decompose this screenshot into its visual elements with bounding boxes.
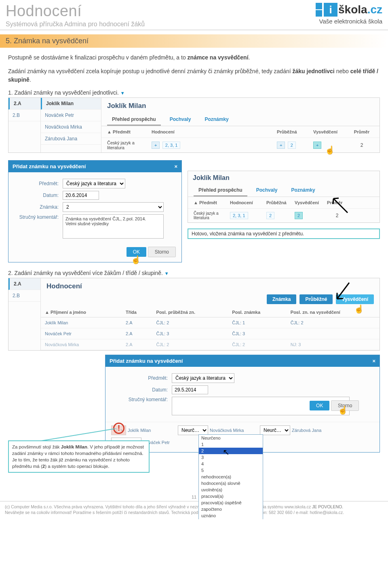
col-vysvedceni: Vysvědčení	[313, 129, 350, 134]
page-subtitle: Systémová příručka Admina pro hodnocení …	[6, 21, 145, 28]
storno-button[interactable]: Storno	[148, 247, 176, 257]
logo: i škola.cz	[316, 2, 382, 17]
dropdown-option[interactable]: hodnocen(a) slovně	[199, 480, 263, 486]
dropdown-option[interactable]: uvolněn(a)	[199, 486, 263, 493]
student-item[interactable]: Nováček Petr	[41, 110, 101, 121]
triangle-down-icon: ▼	[120, 91, 125, 95]
dropdown-option[interactable]: Neurčeno	[199, 435, 263, 441]
logo-word2: .cz	[367, 3, 382, 16]
panel-title: Hodnocení	[41, 278, 380, 294]
col-posl-vysvedceni: Posl. zn. na vysvědčení	[287, 307, 380, 317]
tab-prubezne[interactable]: Průběžné	[299, 294, 333, 304]
tab-poznamky[interactable]: Poznámky	[200, 114, 233, 126]
grade-dropdown-open[interactable]: Neurčeno 1 2 3 4 5 nehodnocen(a) hodnoce…	[198, 434, 263, 519]
dropdown-option[interactable]: 1	[199, 441, 263, 448]
add-prubezna-button[interactable]: +	[277, 142, 285, 149]
storno-button[interactable]: Storno	[331, 400, 359, 411]
table-row: Nováček Petr2.AČJL: 3ČJL: 3	[41, 328, 380, 339]
dialog-title: Přidat známku na vysvědčení	[110, 358, 183, 364]
col-vysvedceni: Vysvědčení	[295, 200, 327, 205]
datum-input[interactable]	[172, 385, 208, 394]
page-header: Hodnocení Systémová příručka Admina pro …	[0, 0, 388, 30]
logo-word1: škola	[338, 3, 367, 16]
intro-paragraph-2: Zadání známky na vysvědčení zcela kopíru…	[8, 67, 380, 84]
datum-label: Datum:	[111, 387, 172, 393]
prubezna-cell[interactable]: 2	[288, 142, 296, 149]
col-predmet[interactable]: ▲ Předmět	[194, 200, 230, 205]
bulk-add-grade-dialog: Přidat známku na vysvědčení × Předmět:Če…	[105, 355, 380, 453]
class-item-active[interactable]: 2.A	[8, 278, 40, 290]
student-item-active[interactable]: Joklík Milan	[41, 98, 101, 110]
datum-input[interactable]	[63, 191, 99, 200]
student-grades-table: ▲ Příjmení a jméno Třída Posl. průběžná …	[41, 307, 380, 350]
screenshot-2: 2.A 2.B Hodnocení Známka Průběžné Vysvěd…	[8, 278, 380, 351]
warning-icon: !	[113, 423, 124, 434]
ok-button[interactable]: OK	[127, 247, 146, 257]
table-row: Joklík Milan2.AČJL: 2ČJL: 1ČJL: 2	[41, 317, 380, 328]
col-trida: Třída	[122, 307, 152, 317]
dropdown-option[interactable]: 3	[199, 454, 263, 461]
col-prubezna: Průběžná	[266, 200, 295, 205]
annotation-hotovo: Hotovo, vložená známka na vysvědčení z p…	[188, 228, 380, 239]
tab-pochvaly[interactable]: Pochvaly	[165, 114, 196, 126]
vysvedceni-cell[interactable]: 2	[295, 212, 303, 219]
add-mark-button[interactable]: +	[152, 142, 160, 149]
avg-cell: 2	[327, 213, 347, 218]
dropdown-option[interactable]: pracoval(a)	[199, 493, 263, 499]
predmet-label: Předmět:	[14, 181, 63, 186]
logo-tagline: Vaše elektronická škola	[316, 18, 382, 25]
dropdown-option[interactable]: 4	[199, 461, 263, 467]
col-name[interactable]: ▲ Příjmení a jméno	[41, 307, 122, 317]
page-number: 11	[0, 495, 388, 499]
tab-vysvedceni[interactable]: Vysvědčení	[336, 294, 374, 304]
class-item[interactable]: 2.B	[8, 110, 40, 121]
komentar-textarea[interactable]: Známka na vysvědčení ČJL, 2.pol. 2014. V…	[63, 214, 164, 239]
logo-i-icon: i	[324, 3, 337, 17]
tab-poznamky[interactable]: Poznámky	[286, 185, 320, 197]
col-posl-prubezna: Posl. průběžná zn.	[152, 307, 228, 317]
tab-pochvaly[interactable]: Pochvaly	[251, 185, 283, 197]
student-item[interactable]: Zárubová Jana	[41, 133, 101, 145]
col-prubezna: Průběžná	[277, 129, 313, 134]
page-title: Hodnocení	[6, 2, 145, 20]
znamka-select[interactable]: 2	[63, 202, 164, 212]
prubezna-cell[interactable]: 2	[266, 212, 274, 219]
predmet-select[interactable]: Český jazyk a literatura	[63, 179, 125, 188]
class-item-active[interactable]: 2.A	[8, 98, 40, 110]
dropdown-option[interactable]: 2	[199, 448, 263, 454]
add-vysvedceni-button[interactable]: +	[313, 142, 321, 149]
col-predmet[interactable]: ▲ Předmět	[107, 129, 152, 134]
ok-button[interactable]: OK	[310, 401, 329, 410]
grade-select[interactable]: Neurč…	[178, 425, 208, 435]
tab-prehled[interactable]: Přehled prospěchu	[194, 185, 247, 197]
col-hodnoceni: Hodnocení	[152, 129, 212, 134]
subject-name: Český jazyk a literatura	[194, 211, 230, 220]
close-icon[interactable]: ×	[372, 358, 375, 364]
student-name-heading: Joklík Milan	[188, 171, 380, 185]
close-icon[interactable]: ×	[174, 163, 177, 169]
callout-box: Za povšimnutí stojí žák Joklík Milan. V …	[8, 440, 150, 473]
predmet-select[interactable]: Český jazyk a literatura	[172, 373, 234, 383]
subject-name: Český jazyk a literatura	[107, 140, 152, 150]
dropdown-option[interactable]: předmět neznámkován	[199, 519, 263, 519]
dropdown-option[interactable]: pracoval(a) úspěšně	[199, 499, 263, 506]
student-item[interactable]: Nováčková Mirka	[41, 121, 101, 133]
col-hodnoceni: Hodnocení	[230, 200, 266, 205]
dropdown-option[interactable]: nehodnocen(a)	[199, 474, 263, 480]
predmet-label: Předmět:	[111, 375, 172, 381]
znamka-label: Známka:	[14, 204, 63, 210]
dialog-title: Přidat známku na vysvědčení	[13, 163, 86, 169]
grade-select[interactable]: Neurč…	[260, 425, 290, 435]
tab-prehled[interactable]: Přehled prospěchu	[107, 114, 161, 126]
dropdown-option[interactable]: 5	[199, 467, 263, 474]
class-item[interactable]: 2.B	[8, 290, 40, 302]
student-grade-cell: Neurč…Zárubová Jana	[260, 425, 336, 435]
marks-cell[interactable]: 2, 3, 1	[162, 142, 181, 149]
dropdown-option[interactable]: uznáno	[199, 512, 263, 519]
komentar-label: Stručný komentář:	[111, 397, 172, 402]
step-2-label: 2. Zadání známky na vysvědčení více žáků…	[8, 270, 380, 276]
tab-znamka[interactable]: Známka	[267, 294, 296, 304]
page-footer: (c) Computer Media s.r.o. Všechna práva …	[0, 501, 388, 519]
dropdown-option[interactable]: započteno	[199, 506, 263, 512]
marks-cell[interactable]: 2, 3, 1	[230, 212, 248, 219]
